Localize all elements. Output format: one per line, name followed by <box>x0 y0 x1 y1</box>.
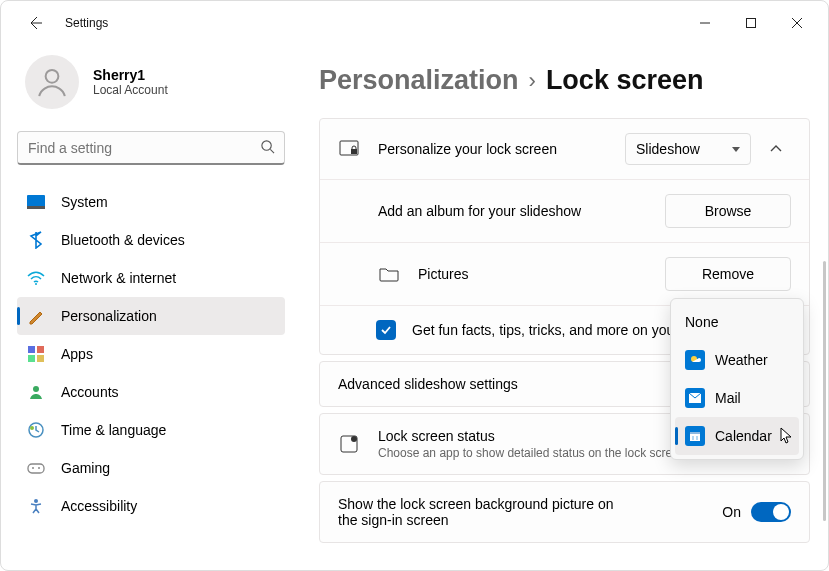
sidebar-item-label: Personalization <box>61 308 157 324</box>
dropdown-item-weather[interactable]: Weather <box>675 341 799 379</box>
sidebar-item-label: Accounts <box>61 384 119 400</box>
svg-point-18 <box>32 467 34 469</box>
breadcrumb: Personalization › Lock screen <box>319 65 810 96</box>
svg-point-9 <box>35 283 37 285</box>
time-icon <box>27 421 45 439</box>
svg-rect-7 <box>27 195 45 207</box>
personalize-label: Personalize your lock screen <box>378 141 625 157</box>
svg-point-14 <box>33 386 39 392</box>
svg-rect-28 <box>690 432 700 434</box>
status-icon <box>338 434 360 454</box>
maximize-button[interactable] <box>728 7 774 39</box>
svg-rect-1 <box>747 19 756 28</box>
cursor-icon <box>780 427 794 449</box>
dropdown-item-none[interactable]: None <box>675 303 799 341</box>
profile-section[interactable]: Sherry1 Local Account <box>17 45 285 125</box>
sidebar-item-personalization[interactable]: Personalization <box>17 297 285 335</box>
collapse-button[interactable] <box>761 134 791 164</box>
personalization-icon <box>27 307 45 325</box>
sidebar-item-time[interactable]: Time & language <box>17 411 285 449</box>
dropdown-item-label: None <box>685 314 718 330</box>
svg-rect-12 <box>28 355 35 362</box>
sidebar-item-label: Network & internet <box>61 270 176 286</box>
dropdown-item-label: Mail <box>715 390 741 406</box>
accounts-icon <box>27 383 45 401</box>
mail-icon <box>685 388 705 408</box>
sidebar-item-accessibility[interactable]: Accessibility <box>17 487 285 525</box>
svg-rect-8 <box>27 206 45 209</box>
svg-rect-10 <box>28 346 35 353</box>
back-button[interactable] <box>25 13 45 33</box>
profile-name: Sherry1 <box>93 67 168 83</box>
chevron-right-icon: › <box>529 68 536 94</box>
avatar <box>25 55 79 109</box>
calendar-icon <box>685 426 705 446</box>
svg-point-20 <box>34 499 38 503</box>
profile-type: Local Account <box>93 83 168 97</box>
svg-line-6 <box>270 149 274 153</box>
remove-button[interactable]: Remove <box>665 257 791 291</box>
sidebar-item-apps[interactable]: Apps <box>17 335 285 373</box>
browse-button[interactable]: Browse <box>665 194 791 228</box>
sidebar-item-label: Accessibility <box>61 498 137 514</box>
gaming-icon <box>27 459 45 477</box>
dropdown-item-mail[interactable]: Mail <box>675 379 799 417</box>
apps-icon <box>27 345 45 363</box>
weather-icon <box>685 350 705 370</box>
svg-point-16 <box>30 426 34 430</box>
sidebar-item-label: Gaming <box>61 460 110 476</box>
svg-rect-13 <box>37 355 44 362</box>
svg-point-4 <box>46 70 59 83</box>
sidebar-item-accounts[interactable]: Accounts <box>17 373 285 411</box>
sidebar-item-label: Time & language <box>61 422 166 438</box>
app-title: Settings <box>65 16 108 30</box>
breadcrumb-current: Lock screen <box>546 65 704 96</box>
close-button[interactable] <box>774 7 820 39</box>
svg-rect-22 <box>351 149 357 154</box>
sidebar-item-network[interactable]: Network & internet <box>17 259 285 297</box>
bluetooth-icon <box>27 231 45 249</box>
bg-label: Show the lock screen background picture … <box>338 496 618 528</box>
svg-point-19 <box>38 467 40 469</box>
funfacts-checkbox[interactable] <box>376 320 396 340</box>
svg-rect-11 <box>37 346 44 353</box>
wifi-icon <box>27 269 45 287</box>
pictures-label: Pictures <box>418 266 665 282</box>
folder-icon <box>378 266 400 282</box>
search-input[interactable] <box>17 131 285 165</box>
svg-point-5 <box>262 141 271 150</box>
accessibility-icon <box>27 497 45 515</box>
sidebar-item-bluetooth[interactable]: Bluetooth & devices <box>17 221 285 259</box>
sidebar-item-label: Bluetooth & devices <box>61 232 185 248</box>
svg-point-24 <box>351 436 357 442</box>
breadcrumb-parent[interactable]: Personalization <box>319 65 519 96</box>
search-icon <box>260 139 275 158</box>
add-album-label: Add an album for your slideshow <box>378 203 665 219</box>
sidebar-item-label: System <box>61 194 108 210</box>
system-icon <box>27 193 45 211</box>
lockscreen-icon <box>338 140 360 158</box>
dropdown-item-label: Weather <box>715 352 768 368</box>
sidebar-item-gaming[interactable]: Gaming <box>17 449 285 487</box>
sidebar-item-label: Apps <box>61 346 93 362</box>
toggle-label: On <box>722 504 741 520</box>
bg-toggle[interactable] <box>751 502 791 522</box>
scrollbar[interactable] <box>823 261 826 521</box>
lockscreen-mode-select[interactable]: Slideshow <box>625 133 751 165</box>
sidebar-item-system[interactable]: System <box>17 183 285 221</box>
minimize-button[interactable] <box>682 7 728 39</box>
svg-rect-17 <box>28 464 44 473</box>
dropdown-item-label: Calendar <box>715 428 772 444</box>
